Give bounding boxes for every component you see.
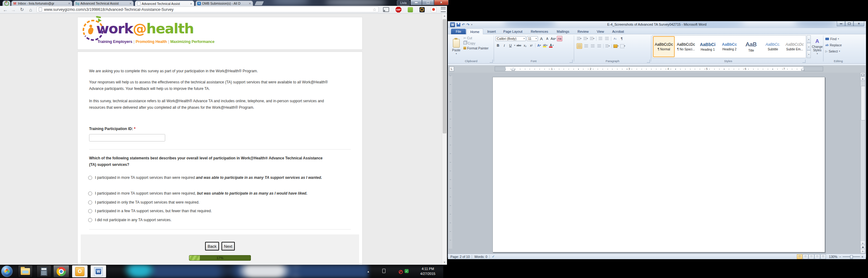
previous-page-button[interactable]: ▴ [861, 241, 865, 245]
grow-font-button[interactable]: A [539, 36, 544, 41]
next-button[interactable]: Next [221, 242, 235, 250]
italic-button[interactable]: I [502, 43, 507, 48]
restore-button[interactable] [845, 21, 854, 26]
radio-button[interactable] [88, 176, 92, 180]
spellcheck-icon[interactable]: ✓ [492, 254, 495, 258]
bold-button[interactable]: B [496, 43, 500, 48]
acrobat-extension-icon[interactable] [430, 6, 437, 13]
dialog-launcher[interactable] [647, 60, 650, 63]
change-styles-button[interactable]: A Change Styles ▾ [812, 36, 823, 58]
find-button[interactable]: Find▾ [825, 36, 842, 41]
subscript-button[interactable]: x₂ [523, 43, 528, 48]
taskbar-calculator-button[interactable] [36, 265, 51, 278]
back-button[interactable]: Back [205, 242, 219, 250]
highlight-button[interactable]: ab▾ [543, 43, 548, 48]
change-case-button[interactable]: Aa▾ [551, 36, 556, 41]
scroll-down-icon[interactable]: ▼ [442, 261, 447, 264]
word-logo-icon[interactable]: W [450, 22, 455, 27]
participation-id-input[interactable] [89, 134, 165, 141]
radio-button[interactable] [88, 218, 92, 222]
undo-icon[interactable]: ↶ [462, 23, 465, 27]
dialog-launcher[interactable] [490, 60, 493, 63]
close-button[interactable]: × [854, 21, 864, 26]
tab-stop-selector[interactable]: L [449, 66, 454, 71]
reload-icon[interactable]: ↻ [19, 6, 25, 13]
outline-view-button[interactable] [814, 254, 820, 259]
taskbar-outlook-button[interactable]: O [72, 265, 88, 278]
chrome-menu-icon[interactable] [440, 6, 447, 13]
tab-acrobat[interactable]: Acrobat [609, 28, 627, 34]
tab-close-icon[interactable]: × [190, 2, 192, 5]
tab-home[interactable]: Home [466, 28, 483, 35]
style-heading1[interactable]: AaBbCiHeading 1 [697, 36, 718, 57]
show-paragraph-marks-button[interactable]: ¶ [619, 36, 624, 41]
redo-icon[interactable]: ↷ [466, 23, 470, 27]
address-bar[interactable]: www.surveygizmo.com/s3/1998618/Advanced-… [36, 6, 379, 12]
zoom-level[interactable]: 130% [829, 255, 837, 258]
horizontal-ruler[interactable]: 1 2 3 4 5 6 7 [495, 66, 823, 71]
strikethrough-button[interactable]: abe [517, 43, 522, 48]
tab-mailings[interactable]: Mailings [553, 28, 573, 34]
save-icon[interactable] [457, 23, 460, 27]
forward-icon[interactable]: → [10, 6, 17, 13]
style-heading2[interactable]: AaBbCcHeading 2 [719, 36, 740, 57]
restore-button[interactable] [422, 0, 434, 5]
sync-status-icon[interactable]: ✓ [405, 269, 409, 273]
vertical-ruler[interactable] [448, 76, 452, 249]
bullets-button[interactable]: ▾ [577, 36, 582, 41]
align-center-button[interactable] [584, 43, 589, 48]
decrease-indent-button[interactable] [598, 36, 603, 41]
sort-button[interactable]: A↓ [613, 36, 618, 41]
scroll-up-icon[interactable]: ▴ [861, 77, 865, 81]
home-icon[interactable]: ⌂ [27, 6, 34, 13]
view-ruler-toggle[interactable] [861, 73, 865, 77]
scroll-up-icon[interactable]: ▲ [442, 14, 447, 17]
cut-button[interactable]: ✂ Cut [463, 36, 489, 40]
justify-button[interactable] [597, 43, 602, 48]
styles-gallery-scroll[interactable]: ▴▾▾ [807, 35, 811, 58]
tab-file[interactable]: File [451, 29, 466, 34]
web-layout-view-button[interactable] [809, 254, 814, 259]
start-button[interactable] [1, 266, 13, 277]
minimize-button[interactable] [410, 0, 422, 5]
word-count[interactable]: Words: 0 [474, 255, 487, 258]
taskbar-clock[interactable]: 4:11 PM 4/27/2015 [415, 266, 440, 276]
zoom-slider-thumb[interactable] [850, 255, 853, 259]
draft-view-button[interactable] [820, 254, 826, 259]
browser-tab-pinned[interactable] [2, 1, 10, 6]
next-page-button[interactable]: ▾ [861, 249, 865, 253]
profile-button[interactable]: Livia [397, 0, 410, 6]
underline-button[interactable]: U [508, 43, 513, 48]
tab-page-layout[interactable]: Page Layout [500, 28, 526, 34]
back-icon[interactable]: ← [2, 6, 9, 13]
superscript-button[interactable]: x² [529, 43, 534, 48]
zoom-slider[interactable] [843, 256, 860, 257]
increase-indent-button[interactable] [604, 36, 610, 41]
align-right-button[interactable] [590, 43, 595, 48]
browser-tab-active[interactable]: Advanced Technical Assist × [135, 1, 194, 6]
style-no-spacing[interactable]: AaBbCcDc¶ No Spaci... [675, 36, 696, 57]
font-color-button[interactable]: A▾ [549, 43, 554, 48]
device-icon[interactable] [382, 269, 385, 274]
browser-tab-surveygizmo[interactable]: Sg Advanced Technical Assist × [73, 1, 134, 6]
cast-extension-icon[interactable] [383, 6, 390, 13]
radio-button[interactable] [88, 192, 92, 196]
clear-formatting-button[interactable]: Aa [557, 36, 562, 41]
word-titlebar[interactable]: E-4_Screenshots of Advanced TA Survey042… [448, 21, 866, 28]
url-text[interactable]: www.surveygizmo.com/s3/1998618/Advanced-… [44, 7, 371, 12]
align-left-button[interactable] [577, 43, 582, 49]
evernote-extension-icon[interactable] [407, 6, 413, 13]
tray-expand-icon[interactable]: ▴ [368, 270, 369, 273]
paste-button[interactable]: Paste ▾ [450, 36, 463, 58]
format-painter-button[interactable]: Format Painter [463, 46, 489, 50]
tab-close-icon[interactable]: × [129, 2, 132, 5]
taskbar-word-button[interactable]: W [90, 265, 106, 278]
document-page[interactable] [493, 77, 825, 252]
radio-button[interactable] [88, 201, 92, 205]
taskbar-explorer-button[interactable] [18, 265, 33, 278]
bookmark-star-icon[interactable]: ☆ [372, 7, 376, 12]
select-browse-object-button[interactable] [861, 245, 865, 249]
copy-button[interactable]: Copy [463, 41, 489, 45]
fullscreen-reading-view-button[interactable] [803, 254, 808, 259]
style-subtitle[interactable]: AaBbCc.Subtitle [762, 36, 783, 57]
